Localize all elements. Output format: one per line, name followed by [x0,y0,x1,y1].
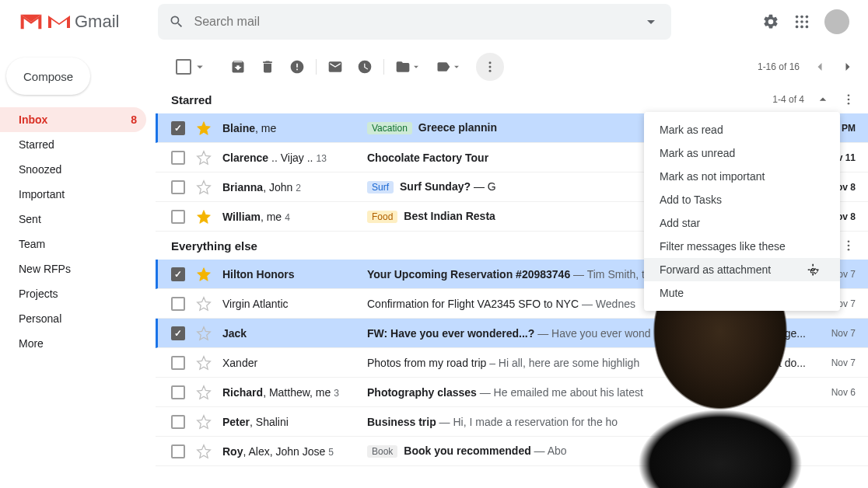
row-checkbox[interactable] [171,121,185,135]
apps-icon[interactable] [793,13,810,30]
star-icon[interactable] [196,444,212,459]
gear-icon[interactable] [762,13,779,30]
row-checkbox[interactable] [171,297,185,311]
sender: Peter, Shalini [222,416,367,428]
menu-item-filter-messages-like-these[interactable]: Filter messages like these [644,235,840,258]
prev-page-icon[interactable] [812,59,828,75]
row-checkbox[interactable] [171,180,185,194]
sidebar-item-more[interactable]: More [0,331,146,356]
svg-point-4 [806,16,809,19]
label-tag: Book [367,445,397,458]
star-icon[interactable] [196,355,212,371]
svg-point-17 [848,240,850,242]
more-vert-icon[interactable] [842,239,856,253]
menu-item-mark-as-read[interactable]: Mark as read [644,118,840,141]
more-button[interactable] [476,53,504,81]
row-checkbox[interactable] [171,444,185,458]
section-pagination: 1-4 of 4 [772,94,804,105]
section-title-else: Everything else [171,239,257,253]
menu-item-mark-as-not-important[interactable]: Mark as not important [644,165,840,188]
avatar[interactable] [824,9,849,34]
svg-point-3 [800,16,803,19]
next-page-icon[interactable] [840,59,856,75]
svg-point-2 [796,16,799,19]
sidebar-item-label: Important [19,188,65,200]
row-checkbox[interactable] [171,326,185,340]
star-icon[interactable] [196,180,212,195]
sidebar-item-new-rfps[interactable]: New RFPs [0,256,146,281]
select-all-checkbox[interactable] [176,59,191,75]
star-icon[interactable] [196,209,212,225]
mark-unread-icon[interactable] [327,59,343,75]
svg-point-7 [806,20,809,23]
gmail-logo[interactable]: Gmail [19,12,119,32]
sender: Roy, Alex, John Jose5 [222,445,367,458]
svg-point-10 [806,26,809,29]
snooze-icon[interactable] [357,59,373,75]
svg-point-8 [796,26,799,29]
row-checkbox[interactable] [171,151,185,165]
delete-icon[interactable] [260,59,275,75]
sender: Jack [222,327,367,340]
sidebar-item-label: More [19,337,44,350]
pagination-label: 1-16 of 16 [758,61,800,72]
sidebar-item-sent[interactable]: Sent [0,207,146,232]
menu-item-add-star[interactable]: Add star [644,211,840,235]
svg-point-9 [800,26,803,29]
row-checkbox[interactable] [171,385,185,399]
menu-item-mute[interactable]: Mute [644,281,840,305]
row-checkbox[interactable] [171,267,185,281]
sidebar-item-inbox[interactable]: Inbox8 [0,107,146,132]
chevron-up-icon[interactable] [815,92,831,107]
star-icon[interactable] [196,150,212,166]
svg-point-13 [489,70,492,72]
move-to-icon[interactable] [395,59,411,75]
menu-item-add-to-tasks[interactable]: Add to Tasks [644,188,840,211]
sender: Xander [222,357,367,369]
sidebar-item-label: Snoozed [19,163,61,176]
row-checkbox[interactable] [171,356,185,370]
label-tag: Surf [367,181,394,193]
search-dropdown-icon[interactable] [642,12,660,31]
svg-point-19 [848,249,850,251]
sidebar-item-snoozed[interactable]: Snoozed [0,157,146,182]
archive-icon[interactable] [230,59,246,75]
more-vert-icon[interactable] [842,92,856,106]
row-checkbox[interactable] [171,210,185,224]
star-icon[interactable] [196,326,212,341]
more-vert-icon [483,60,497,74]
star-icon[interactable] [196,385,212,400]
sidebar-item-personal[interactable]: Personal [0,306,146,331]
star-icon[interactable] [196,267,212,282]
sidebar-item-projects[interactable]: Projects [0,281,146,306]
compose-button[interactable]: Compose [6,58,90,95]
sidebar-item-label: New RFPs [19,263,71,275]
svg-point-12 [489,66,492,68]
sender: Brianna, John2 [222,181,367,193]
search-bar[interactable] [158,4,671,40]
sidebar-item-starred[interactable]: Starred [0,132,146,157]
label-tag: Vacation [367,122,412,134]
sidebar-item-count: 8 [131,113,137,126]
star-icon[interactable] [196,414,212,430]
sidebar-item-label: Sent [19,213,41,225]
row-checkbox[interactable] [171,415,185,429]
label-icon[interactable] [436,59,451,75]
search-icon [169,14,184,30]
sidebar-item-important[interactable]: Important [0,182,146,207]
sender: Virgin Atlantic [222,298,367,310]
svg-point-6 [800,20,803,23]
select-dropdown-icon[interactable] [193,60,207,74]
sidebar-item-team[interactable]: Team [0,232,146,256]
star-icon[interactable] [196,120,212,136]
sender: Blaine, me [222,122,367,134]
search-input[interactable] [184,15,642,29]
sender: Hilton Honors [222,268,367,281]
label-tag: Food [367,211,397,223]
star-icon[interactable] [196,296,212,312]
svg-point-15 [848,99,850,101]
sidebar-item-label: Inbox [19,113,47,126]
spam-icon[interactable] [289,59,305,75]
svg-point-11 [489,61,492,64]
menu-item-mark-as-unread[interactable]: Mark as unread [644,141,840,165]
